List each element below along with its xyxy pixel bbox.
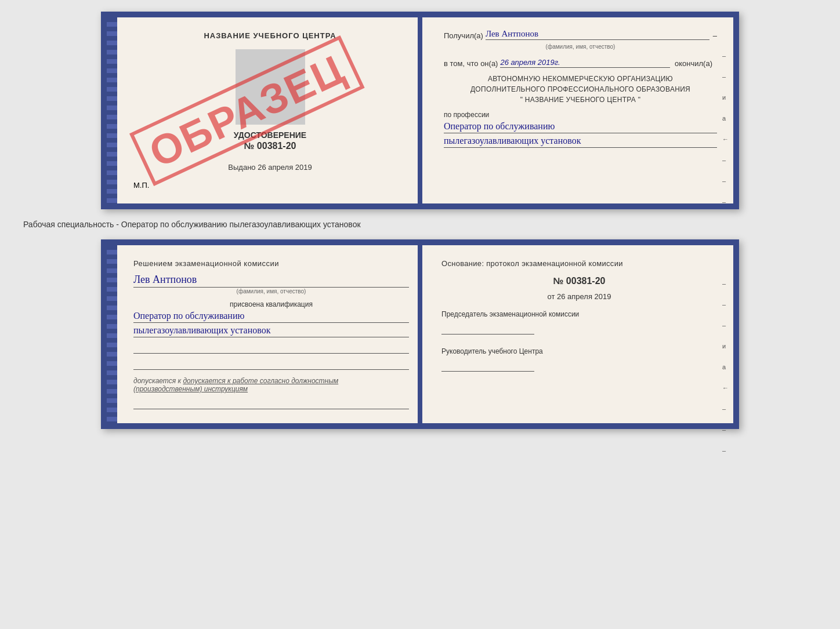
cert-org-text: АВТОНОМНУЮ НЕКОММЕРЧЕСКУЮ ОРГАНИЗАЦИЮ ДО… bbox=[444, 74, 717, 105]
qual-director-block: Руководитель учебного Центра bbox=[441, 346, 717, 372]
qual-date-prefix: от bbox=[547, 292, 555, 301]
cert-issued-label: Выдано bbox=[228, 163, 255, 172]
cert-org-line3: " НАЗВАНИЕ УЧЕБНОГО ЦЕНТРА " bbox=[444, 94, 717, 105]
cert-date-value: 26 апреля 2019г. bbox=[500, 58, 670, 68]
middle-label: Рабочая специальность - Оператор по обсл… bbox=[12, 220, 361, 229]
qual-name-sub: (фамилия, имя, отчество) bbox=[133, 287, 409, 294]
document-container: НАЗВАНИЕ УЧЕБНОГО ЦЕНТРА УДОСТОВЕРЕНИЕ №… bbox=[12, 12, 828, 429]
cert-profession-label: по профессии bbox=[444, 111, 717, 119]
qual-left-page: Решением экзаменационной комиссии Лев Ан… bbox=[117, 245, 425, 423]
cert-date-prefix: в том, что он(а) bbox=[444, 59, 498, 68]
cert-received-label: Получил(а) bbox=[444, 31, 483, 40]
qual-director-label: Руководитель учебного Центра bbox=[441, 346, 717, 357]
cert-right-marks: – – и а ← – – – bbox=[722, 52, 729, 205]
cert-profession-line1: Оператор по обслуживанию bbox=[444, 121, 717, 133]
qual-protocol-number: № 00381-20 bbox=[441, 276, 717, 286]
qual-right-marks: – – – и а ← – – – bbox=[722, 280, 729, 454]
qual-section-title: Решением экзаменационной комиссии bbox=[133, 259, 409, 268]
qual-date-value: 26 апреля 2019 bbox=[557, 292, 611, 301]
cert-mp: М.П. bbox=[133, 181, 407, 190]
qual-director-sig-line bbox=[441, 361, 534, 372]
qual-blank-2 bbox=[133, 358, 409, 370]
cert-issued-date: 26 апреля 2019 bbox=[258, 163, 312, 172]
cert-doc-label: УДОСТОВЕРЕНИЕ bbox=[133, 130, 407, 140]
cert-date-row: в том, что он(а) 26 апреля 2019г. окончи… bbox=[444, 58, 717, 68]
cert-org-line2: ДОПОЛНИТЕЛЬНОГО ПРОФЕССИОНАЛЬНОГО ОБРАЗО… bbox=[444, 84, 717, 94]
qual-right-page: Основание: протокол экзаменационной коми… bbox=[425, 245, 733, 423]
qual-chairman-sig-line bbox=[441, 324, 534, 335]
cert-name-sub: (фамилия, имя, отчество) bbox=[444, 43, 717, 50]
qual-chairman-block: Председатель экзаменационной комиссии bbox=[441, 309, 717, 335]
cert-right-page: Получил(а) Лев Антпонов – (фамилия, имя,… bbox=[423, 17, 733, 203]
cert-photo bbox=[236, 49, 305, 125]
qual-blank-3 bbox=[133, 398, 409, 409]
cert-issued-text: Выдано 26 апреля 2019 bbox=[133, 163, 407, 172]
cert-dash-1: – bbox=[713, 31, 717, 40]
cert-received-row: Получил(а) Лев Антпонов – bbox=[444, 29, 717, 40]
cert-doc-number: № 00381-20 bbox=[133, 141, 407, 151]
qualification-book: Решением экзаменационной комиссии Лев Ан… bbox=[101, 239, 739, 429]
qual-admission-text: допускается к допускается к работе согла… bbox=[133, 377, 409, 393]
cert-org-line1: АВТОНОМНУЮ НЕКОММЕРЧЕСКУЮ ОРГАНИЗАЦИЮ bbox=[444, 74, 717, 84]
cert-received-name: Лев Антпонов bbox=[486, 29, 709, 40]
qual-right-title: Основание: протокол экзаменационной коми… bbox=[441, 259, 717, 268]
qual-admission-prefix: допускается к bbox=[133, 377, 183, 385]
cert-date-suffix: окончил(а) bbox=[675, 59, 712, 68]
cert-left-page: НАЗВАНИЕ УЧЕБНОГО ЦЕНТРА УДОСТОВЕРЕНИЕ №… bbox=[117, 17, 423, 203]
certificate-book: НАЗВАНИЕ УЧЕБНОГО ЦЕНТРА УДОСТОВЕРЕНИЕ №… bbox=[101, 12, 739, 209]
qual-date-row: от 26 апреля 2019 bbox=[441, 292, 717, 301]
qual-chairman-label: Председатель экзаменационной комиссии bbox=[441, 309, 717, 319]
qual-assigned-label: присвоена квалификация bbox=[133, 300, 409, 308]
cert-profession-line2: пылегазоулавливающих установок bbox=[444, 136, 717, 148]
qual-prof-line1: Оператор по обслуживанию bbox=[133, 311, 409, 323]
qual-name-value: Лев Антпонов bbox=[133, 274, 409, 286]
qual-prof-line2: пылегазоулавливающих установок bbox=[133, 325, 409, 337]
cert-school-title: НАЗВАНИЕ УЧЕБНОГО ЦЕНТРА bbox=[133, 31, 407, 40]
qual-blank-1 bbox=[133, 342, 409, 354]
